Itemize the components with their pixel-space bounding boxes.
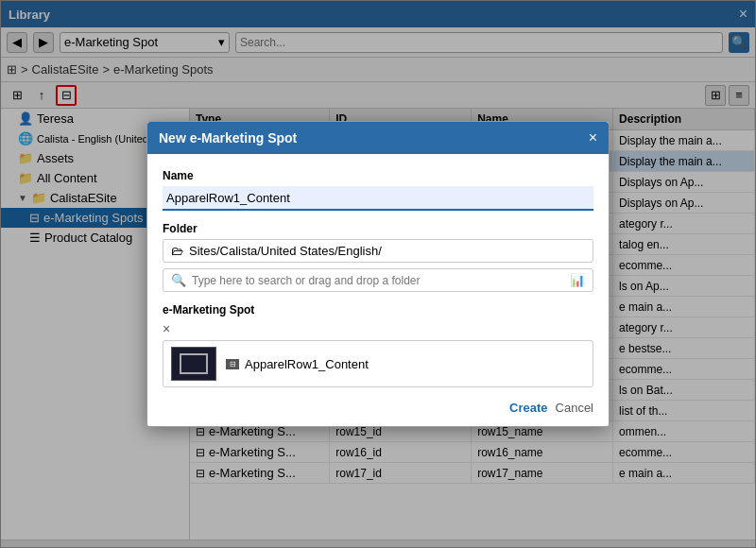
modal-body: Name Folder 🗁 Sites/Calista/United State… <box>147 154 609 391</box>
espot-item-label: ⊟ ApparelRow1_Content <box>226 357 369 371</box>
create-button[interactable]: Create <box>509 401 547 415</box>
modal-close-button[interactable]: × <box>589 129 597 146</box>
espot-thumbnail-inner <box>180 353 208 374</box>
folder-path: Sites/Calista/United States/English/ <box>189 244 382 258</box>
espot-item-name: ApparelRow1_Content <box>245 357 369 371</box>
espot-thumbnail <box>171 347 216 381</box>
name-label: Name <box>163 169 593 182</box>
folder-label: Folder <box>163 222 593 235</box>
name-input[interactable] <box>163 186 593 211</box>
folder-display: 🗁 Sites/Calista/United States/English/ <box>163 239 593 263</box>
espot-section-label: e-Marketing Spot <box>163 303 593 317</box>
espot-item: ⊟ ApparelRow1_Content <box>163 340 593 387</box>
espot-small-icon: ⊟ <box>226 359 239 369</box>
modal-header: New e-Marketing Spot × <box>147 122 609 154</box>
library-window: Library × ◀ ▶ e-Marketing Spot ▾ 🔍 ⊞ > C… <box>0 0 756 548</box>
chart-icon: 📊 <box>570 273 585 287</box>
modal-overlay: New e-Marketing Spot × Name Folder 🗁 Sit… <box>0 0 756 548</box>
folder-search-icon: 🔍 <box>171 273 186 287</box>
modal-title: New e-Marketing Spot <box>159 130 297 146</box>
new-espot-modal: New e-Marketing Spot × Name Folder 🗁 Sit… <box>146 121 610 427</box>
cancel-button[interactable]: Cancel <box>556 401 593 415</box>
folder-search-input[interactable] <box>192 274 564 287</box>
espot-remove-button[interactable]: × <box>163 322 170 335</box>
modal-footer: Create Cancel <box>147 391 609 426</box>
folder-icon: 🗁 <box>171 244 183 258</box>
folder-search-box[interactable]: 🔍 📊 <box>163 268 593 292</box>
